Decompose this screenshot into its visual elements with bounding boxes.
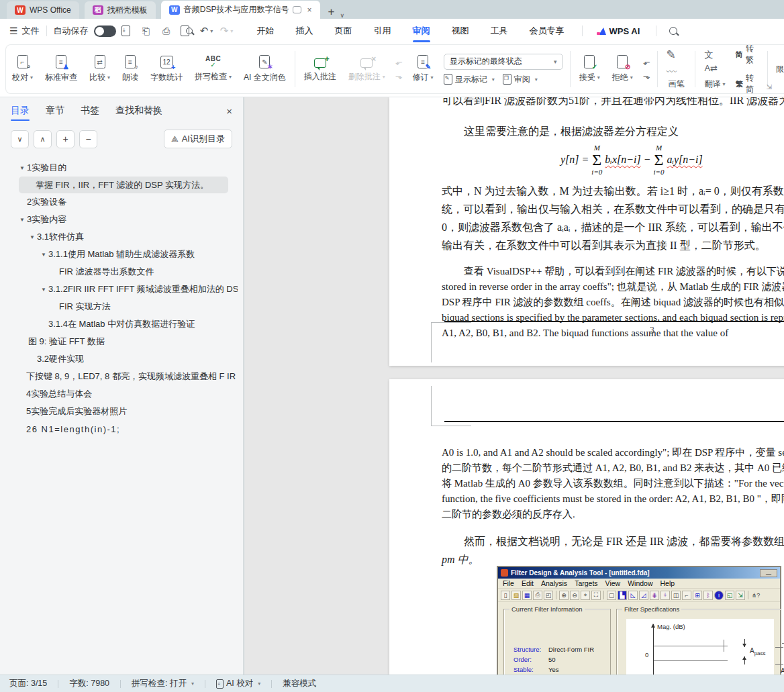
toc-item[interactable]: 5实验完成后实验器材照片 (0, 403, 238, 420)
show-markup-icon (444, 74, 452, 85)
reject-button[interactable]: 拒绝▾ (606, 48, 639, 91)
collapse-arrow-icon[interactable]: ▼ (17, 217, 27, 223)
toc-item[interactable]: ▼3实验内容 (0, 211, 238, 228)
toc-zoom-in-button[interactable]: + (56, 130, 75, 148)
tab-chat-icon[interactable] (293, 6, 301, 13)
toc-item[interactable]: ▼3.1.2FIR IIR FFT IFFT 频域滤波重叠相加法的 DS ... (0, 281, 238, 298)
toc-item[interactable]: 下按键 8, 9，LED7, 8 都亮，实现频域滤波重叠相 F IR ... (0, 368, 238, 385)
word-count-indicator[interactable]: 字数: 7980 (69, 678, 109, 689)
review-pane-button[interactable]: 审阅▾ (503, 74, 538, 85)
sidebar-tab-contents[interactable]: 目录 (11, 97, 30, 124)
autosave-toggle[interactable] (94, 26, 116, 37)
traditional-to-simplified-button[interactable]: 繁转简 (736, 72, 761, 94)
toc-item[interactable]: ▼3.1软件仿真 (0, 228, 238, 246)
tab-tools[interactable]: 工具 (480, 19, 519, 43)
accept-button[interactable]: 接受▾ (573, 48, 606, 91)
tab-member[interactable]: 会员专享 (519, 19, 575, 43)
toc-item[interactable]: 26 N1=length(in)-1; (0, 420, 238, 438)
sidebar-tab-find-replace[interactable]: 查找和替换 (115, 97, 162, 124)
file-menu[interactable]: 文件 (22, 25, 40, 37)
toc-item[interactable]: 图 9: 验证 FFT 数据 (0, 333, 238, 350)
toc-item[interactable]: 3.2硬件实现 (0, 350, 238, 368)
print-preview-icon[interactable] (179, 23, 195, 38)
tab-home[interactable]: 开始 (246, 19, 285, 43)
tab-document-active[interactable]: W 音频DSP技术与应用数字信号 × (161, 1, 320, 19)
page-indicator[interactable]: 页面: 3/15 (9, 678, 47, 689)
sidebar-tab-chapters[interactable]: 章节 (46, 97, 64, 124)
spell-check-button[interactable]: ABC✓ 拼写检查▾ (189, 48, 238, 91)
tab-page[interactable]: 页面 (324, 19, 363, 43)
ink-brush-icon: ✎﹏ (667, 48, 687, 75)
next-comment-icon[interactable]: ⬎ (395, 72, 403, 81)
toc-item[interactable]: ▼3.1.1使用 Matlab 辅助生成滤波器系数 (0, 246, 238, 263)
tab-review[interactable]: 审阅 (402, 19, 441, 43)
previous-comment-icon[interactable]: ⬐ (395, 58, 403, 66)
spell-check-status[interactable]: 拼写检查: 打开▾ (132, 678, 194, 689)
document-page-3[interactable]: 可以看到FIR 滤波器阶数为51阶，并且在通带内为线性相位。IIR 滤波器为10… (389, 97, 784, 366)
toc-item[interactable]: FIR 实现方法 (0, 298, 238, 315)
menu-bar: ☰ 文件 自动保存 ⎗ ⎙ ↶▾ ↷▾ 开始 插入 页面 引用 审阅 视图 工具… (0, 19, 784, 43)
tab-list-dropdown-icon[interactable]: ∨ (340, 12, 344, 19)
word-count-button[interactable]: 12 字数统计 (144, 48, 189, 91)
ai-scan-icon: ⟁ (171, 134, 179, 144)
simplified-to-traditional-button[interactable]: 简转繁 (736, 44, 761, 66)
pole-zero-icon: ◫ (671, 591, 681, 600)
print-icon[interactable]: ⎙ (158, 23, 175, 38)
tab-wps-office[interactable]: W WPS Office (7, 1, 79, 19)
collapse-arrow-icon[interactable]: ▼ (28, 234, 37, 240)
hamburger-icon[interactable]: ☰ (9, 26, 18, 36)
toc-zoom-out-button[interactable]: − (79, 130, 97, 148)
insert-comment-icon (314, 58, 326, 68)
tab-view[interactable]: 视图 (441, 19, 480, 43)
track-changes-button[interactable]: 修订▾ (407, 48, 440, 91)
new-tab-button[interactable]: + (328, 5, 335, 19)
next-change-icon[interactable]: ⬎ (643, 72, 650, 81)
collapse-arrow-icon[interactable]: ▼ (39, 252, 48, 258)
collapse-arrow-icon[interactable]: ▼ (39, 287, 48, 293)
toc-item[interactable]: ▼1实验目的 (0, 159, 238, 177)
toc-item[interactable]: 2实验设备 (0, 193, 238, 211)
show-markup-button[interactable]: 显示标记▾ (444, 74, 495, 85)
export-icon[interactable]: ⎗ (138, 23, 154, 38)
filter-icon: ▢ (607, 591, 616, 600)
tab-insert[interactable]: 插入 (285, 19, 324, 43)
ai-polish-button[interactable]: AI 全文润色 (238, 48, 292, 91)
toc-item[interactable]: 3.1.4在 Matlab 中对仿真数据进行验证 (0, 315, 238, 333)
toc-expand-button[interactable]: ∨ (11, 130, 29, 148)
delete-comment-button[interactable]: 删除批注▾ (342, 48, 391, 91)
body-text-line: DSP 程序中 FIR 滤波的参数数组 coeffs。在阐述 biquad 滤波… (389, 295, 784, 310)
redo-icon[interactable]: ↷▾ (219, 23, 235, 38)
toc-item-selected[interactable]: 掌握 FIR，IIR，FFT 滤波的 DSP 实现方法。 (19, 177, 228, 193)
search-icon[interactable] (665, 23, 681, 38)
tab-reference[interactable]: 引用 (363, 19, 402, 43)
save-icon[interactable] (118, 23, 134, 38)
ribbon-expand-icon[interactable]: ⇲ (767, 83, 772, 91)
read-aloud-icon (125, 55, 136, 68)
document-page-4[interactable]: A0 is 1.0, and A1 and A2 should be scale… (389, 379, 784, 675)
document-canvas[interactable]: 可以看到FIR 滤波器阶数为51阶，并且在通带内为线性相位。IIR 滤波器为10… (244, 97, 784, 675)
tab-docer-templates[interactable]: 稻 找稻壳模板 (85, 1, 156, 19)
wps-ai-button[interactable]: WPS AI (599, 26, 640, 36)
spectrum-icon: ᛒ (703, 591, 713, 600)
toc-collapse-button[interactable]: ∧ (34, 130, 52, 148)
collapse-arrow-icon[interactable]: ▼ (17, 165, 27, 171)
proofread-button[interactable]: 校对▾ (6, 48, 39, 91)
read-aloud-button[interactable]: 朗读 (116, 48, 144, 91)
compare-button[interactable]: 比较▾ (83, 48, 116, 91)
restrict-edit-button-partial[interactable]: 限 (771, 64, 784, 75)
previous-change-icon[interactable]: ⬐ (643, 58, 650, 66)
toc-item[interactable]: 4实验总结与体会 (0, 385, 238, 403)
sidebar-tab-bookmarks[interactable]: 书签 (81, 97, 99, 124)
insert-comment-button[interactable]: 插入批注 (298, 48, 342, 91)
translate-button[interactable]: 文A⇄ 翻译▾ (698, 48, 731, 91)
tab-close-icon[interactable]: × (307, 5, 311, 15)
sidebar-close-icon[interactable]: × (226, 105, 232, 117)
standard-review-button[interactable]: 标准审查 (39, 48, 83, 91)
fdatool-menu-view: View (605, 579, 621, 587)
ink-brush-button[interactable]: ✎﹏ 画笔 (660, 48, 693, 91)
ai-proofread-status[interactable]: AI 校对▾ (216, 678, 260, 689)
markup-state-dropdown[interactable]: 显示标记的最终状态▾ (444, 54, 563, 70)
toc-item[interactable]: FIR 滤波器导出系数文件 (0, 263, 238, 281)
undo-icon[interactable]: ↶▾ (199, 23, 215, 38)
ai-recognize-toc-button[interactable]: ⟁ AI识别目录 (164, 130, 232, 148)
